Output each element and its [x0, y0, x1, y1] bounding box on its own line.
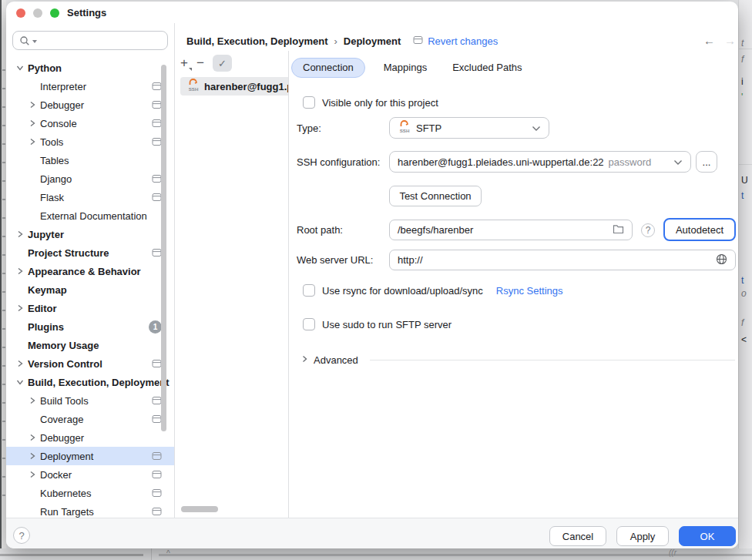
sidebar-item-coverage[interactable]: Coverage — [6, 410, 174, 428]
sidebar-item-console[interactable]: Console — [6, 114, 174, 132]
sidebar-item-django[interactable]: Django — [6, 169, 174, 188]
autodetect-button[interactable]: Autodetect — [663, 218, 736, 241]
sidebar-item-keymap[interactable]: Keymap — [6, 280, 174, 299]
chevron-down-icon — [673, 156, 683, 168]
sidebar-item-label: Appearance & Behavior — [28, 266, 141, 277]
server-list-horizontal-scrollbar[interactable] — [181, 506, 218, 512]
sidebar-item-tools[interactable]: Tools — [6, 132, 174, 151]
background-bar — [0, 554, 143, 556]
sidebar-item-build-tools[interactable]: Build Tools — [6, 391, 174, 410]
sidebar-item-label: Kubernetes — [40, 488, 92, 499]
sidebar-item-label: Plugins — [28, 321, 64, 333]
root-path-help-icon[interactable]: ? — [641, 223, 655, 237]
breadcrumb-separator-icon: › — [334, 35, 337, 47]
type-select[interactable]: SSH SFTP — [389, 117, 549, 139]
sidebar-item-external-documentation[interactable]: External Documentation — [6, 206, 174, 225]
use-sudo-checkbox[interactable] — [303, 318, 315, 330]
close-window-button[interactable] — [16, 8, 25, 18]
sidebar-item-label: Coverage — [40, 414, 83, 425]
tab-excluded-paths[interactable]: Excluded Paths — [445, 58, 529, 78]
sidebar-item-kubernetes[interactable]: Kubernetes — [6, 484, 174, 502]
sidebar-item-editor[interactable]: Editor — [6, 299, 174, 317]
background-code-fragment: U — [741, 176, 752, 185]
chevron-down-icon[interactable] — [15, 63, 28, 72]
rsync-settings-link[interactable]: Rsync Settings — [496, 285, 563, 297]
chevron-right-icon[interactable] — [15, 230, 28, 239]
chevron-right-icon[interactable] — [15, 303, 28, 313]
sidebar-item-interpreter[interactable]: Interpreter — [6, 77, 174, 96]
search-history-caret-icon[interactable] — [32, 40, 37, 43]
ssh-configuration-more-button[interactable]: ... — [696, 151, 717, 173]
sidebar-item-deployment[interactable]: Deployment — [6, 447, 174, 465]
sidebar-item-label: Project Structure — [28, 247, 109, 259]
background-editor-left-strip — [0, 0, 6, 560]
sidebar-scrollbar[interactable] — [161, 65, 166, 431]
background-code-fragment: < — [741, 335, 752, 344]
globe-icon[interactable] — [716, 253, 727, 267]
revert-changes-link[interactable]: Revert changes — [428, 35, 498, 47]
sidebar-item-memory-usage[interactable]: Memory Usage — [6, 336, 174, 354]
chevron-right-icon[interactable] — [28, 433, 40, 442]
sidebar-item-tables[interactable]: Tables — [6, 151, 174, 169]
ssh-configuration-label: SSH configuration: — [297, 156, 380, 168]
chevron-right-icon[interactable] — [28, 451, 40, 461]
background-bar — [159, 554, 752, 556]
visible-only-checkbox[interactable] — [303, 96, 315, 109]
sidebar-item-debugger[interactable]: Debugger — [6, 96, 174, 114]
web-server-url-input[interactable]: http:// — [389, 250, 736, 270]
tab-mappings[interactable]: Mappings — [377, 58, 434, 78]
sidebar-item-build-execution-deployment[interactable]: Build, Execution, Deployment — [6, 373, 174, 391]
revert-icon — [413, 35, 423, 47]
sidebar-item-docker[interactable]: Docker — [6, 465, 174, 484]
sidebar-item-jupyter[interactable]: Jupyter — [6, 225, 174, 243]
folder-browse-icon[interactable] — [613, 224, 624, 236]
cancel-button[interactable]: Cancel — [549, 526, 606, 546]
sidebar-item-appearance-behavior[interactable]: Appearance & Behavior — [6, 262, 174, 280]
sidebar-item-flask[interactable]: Flask — [6, 188, 174, 206]
chevron-spacer — [28, 211, 40, 220]
sidebar-item-debugger[interactable]: Debugger — [6, 428, 174, 447]
use-as-default-toggle[interactable]: ✓ — [213, 55, 232, 72]
root-path-input[interactable]: /beegfs/harenber — [389, 220, 633, 240]
ssh-configuration-select[interactable]: harenber@fugg1.pleiades.uni-wuppertal.de… — [389, 151, 691, 173]
chevron-right-icon[interactable] — [28, 396, 40, 405]
server-list-item[interactable]: SSH harenber@fugg1.pl — [180, 77, 288, 96]
visible-only-label: Visible only for this project — [322, 97, 438, 109]
sidebar-item-label: Django — [40, 173, 72, 185]
root-path-value: /beegfs/harenber — [398, 224, 473, 236]
apply-button[interactable]: Apply — [616, 526, 669, 546]
window-title: Settings — [67, 7, 106, 18]
help-button[interactable]: ? — [13, 527, 30, 544]
remove-server-button[interactable]: − — [196, 55, 204, 72]
sidebar-item-version-control[interactable]: Version Control — [6, 354, 174, 373]
chevron-right-icon[interactable] — [28, 137, 40, 146]
background-code-fragment: t — [741, 191, 752, 200]
caret-up-icon: ^ — [166, 549, 170, 558]
advanced-section-toggle[interactable]: Advanced — [301, 354, 735, 366]
chevron-right-icon[interactable] — [28, 119, 40, 128]
zoom-window-button[interactable] — [50, 8, 59, 18]
add-server-button[interactable]: + — [180, 55, 188, 72]
use-rsync-checkbox[interactable] — [303, 284, 315, 297]
revert-changes-control[interactable]: Revert changes — [413, 35, 498, 47]
sidebar-item-project-structure[interactable]: Project Structure — [6, 243, 174, 262]
tab-connection[interactable]: Connection — [291, 58, 365, 78]
chevron-right-icon[interactable] — [15, 359, 28, 368]
chevron-down-icon[interactable] — [15, 377, 28, 387]
sidebar-item-python[interactable]: Python — [6, 59, 174, 77]
sidebar-item-label: Debugger — [40, 432, 84, 444]
chevron-right-icon[interactable] — [28, 100, 40, 109]
breadcrumb-parent[interactable]: Build, Execution, Deployment — [186, 35, 327, 47]
back-arrow-icon[interactable]: ← — [703, 34, 715, 47]
chevron-right-icon[interactable] — [15, 267, 28, 276]
ok-button[interactable]: OK — [679, 526, 736, 546]
sidebar-item-label: Jupyter — [28, 229, 64, 240]
ssh-server-icon: SSH — [186, 79, 200, 94]
sidebar-item-plugins[interactable]: Plugins1 — [6, 317, 174, 336]
chevron-right-icon[interactable] — [28, 470, 40, 479]
forward-arrow-icon: → — [724, 34, 736, 47]
sidebar-item-label: Tables — [40, 155, 69, 166]
minimize-window-button[interactable] — [33, 8, 42, 18]
settings-search-input[interactable] — [12, 31, 168, 50]
test-connection-button[interactable]: Test Connection — [389, 186, 482, 206]
